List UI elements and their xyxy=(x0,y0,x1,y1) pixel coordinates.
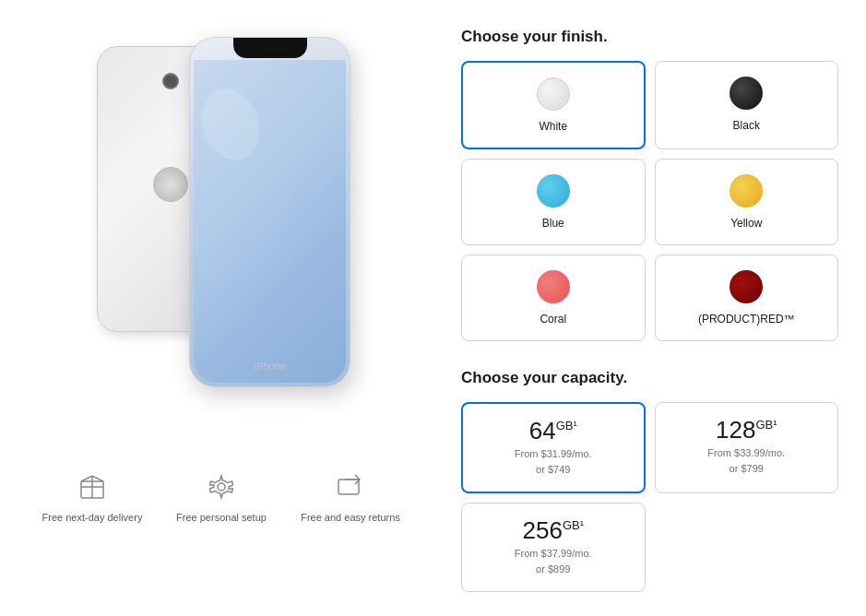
coral-label: Coral xyxy=(540,313,566,326)
phone-vol-down xyxy=(189,145,190,171)
finish-option-yellow[interactable]: Yellow xyxy=(655,159,839,245)
capacity-64-price: From $31.99/mo. or $749 xyxy=(515,446,592,477)
black-label: Black xyxy=(733,119,760,132)
phone-front-image: iPhone xyxy=(189,37,350,387)
product-image-section: iPhone Free next-day delivery xyxy=(0,18,443,601)
phone-screen xyxy=(194,60,346,383)
box-icon xyxy=(77,472,107,502)
capacity-title: Choose your capacity. xyxy=(461,369,838,387)
capacity-256-price: From $37.99/mo. or $899 xyxy=(515,546,592,576)
phone-notch xyxy=(233,38,307,58)
returns-icon xyxy=(334,470,367,503)
red-swatch xyxy=(730,270,763,303)
returns-label: Free and easy returns xyxy=(301,511,400,525)
capacity-option-256[interactable]: 256GB¹ From $37.99/mo. or $899 xyxy=(461,503,646,592)
capacity-128-sup: GB¹ xyxy=(755,418,777,432)
setup-label: Free personal setup xyxy=(176,511,267,525)
phone-image-container: iPhone xyxy=(46,28,397,452)
gear-icon xyxy=(207,472,236,502)
blue-swatch xyxy=(537,174,570,207)
delivery-icon xyxy=(76,470,109,503)
capacity-64-sup: GB¹ xyxy=(556,419,577,432)
perk-setup: Free personal setup xyxy=(157,470,286,525)
capacity-option-64[interactable]: 64GB¹ From $31.99/mo. or $749 xyxy=(461,402,646,493)
finish-option-coral[interactable]: Coral xyxy=(461,255,646,341)
red-label: (PRODUCT)RED™ xyxy=(698,313,795,326)
capacity-64-size: 64GB¹ xyxy=(529,419,577,443)
capacity-256-size: 256GB¹ xyxy=(522,518,584,542)
white-swatch xyxy=(537,77,570,111)
config-section: Choose your finish. White Black Blue Yel… xyxy=(443,18,866,601)
perk-returns: Free and easy returns xyxy=(286,470,415,525)
svg-point-3 xyxy=(218,483,225,491)
finish-option-white[interactable]: White xyxy=(461,61,646,149)
blue-label: Blue xyxy=(542,217,564,230)
finish-option-black[interactable]: Black xyxy=(655,61,839,149)
delivery-label: Free next-day delivery xyxy=(42,511,143,525)
perks-section: Free next-day delivery Free personal set… xyxy=(0,470,443,525)
phone-side-button xyxy=(350,130,350,176)
coral-swatch xyxy=(537,270,570,303)
capacity-grid: 64GB¹ From $31.99/mo. or $749 128GB¹ Fro… xyxy=(461,402,838,592)
phone-logo: iPhone xyxy=(254,361,285,372)
yellow-label: Yellow xyxy=(730,217,762,230)
capacity-128-size: 128GB¹ xyxy=(716,418,777,442)
finish-grid: White Black Blue Yellow Coral (PRODUCT)R xyxy=(461,61,838,341)
black-swatch xyxy=(730,77,763,110)
finish-option-red[interactable]: (PRODUCT)RED™ xyxy=(655,255,839,341)
svg-rect-4 xyxy=(338,480,359,494)
yellow-swatch xyxy=(730,174,763,207)
return-icon xyxy=(336,472,365,502)
finish-title: Choose your finish. xyxy=(461,28,838,46)
perk-delivery: Free next-day delivery xyxy=(28,470,157,525)
page-container: iPhone Free next-day delivery xyxy=(0,0,866,616)
white-label: White xyxy=(539,120,567,133)
capacity-256-sup: GB¹ xyxy=(563,518,584,532)
setup-icon xyxy=(205,470,238,503)
phone-vol-up xyxy=(189,112,190,137)
finish-option-blue[interactable]: Blue xyxy=(461,159,646,245)
capacity-option-128[interactable]: 128GB¹ From $33.99/mo. or $799 xyxy=(655,402,839,493)
capacity-128-price: From $33.99/mo. or $799 xyxy=(707,445,785,476)
